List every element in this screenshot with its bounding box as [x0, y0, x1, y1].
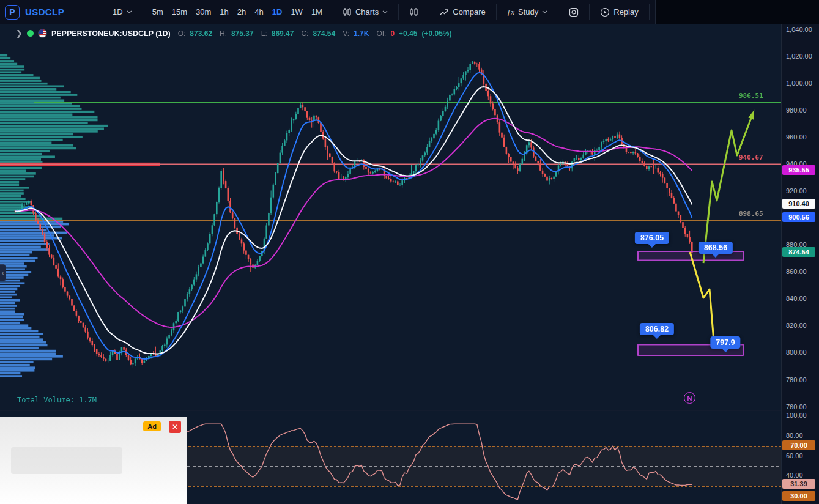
- zone-price-callout[interactable]: 876.05: [635, 232, 669, 244]
- toolbar-spacer: [655, 0, 819, 24]
- ad-placeholder: [11, 447, 122, 474]
- app-logo-letter: P: [9, 7, 15, 17]
- axis-tick: 40.00: [786, 472, 803, 479]
- level-label-support: 898.65: [739, 210, 763, 218]
- compare-button[interactable]: Compare: [435, 4, 490, 20]
- compare-arrow-icon: [440, 7, 449, 17]
- volume-value: 1.7K: [354, 29, 369, 38]
- zone-price-callout[interactable]: 797.9: [710, 336, 740, 349]
- toolbar-separator: [589, 4, 590, 20]
- open-label: O:: [178, 29, 186, 38]
- toolbar-separator: [496, 4, 497, 20]
- change-value: +0.45: [399, 29, 417, 38]
- toolbar-separator: [332, 4, 332, 20]
- axis-tick: 840.00: [786, 295, 807, 302]
- axis-tick: 860.00: [786, 268, 807, 275]
- axis-tick: 960.00: [786, 133, 807, 141]
- chevron-down-icon: [542, 10, 547, 13]
- axis-tick: 760.00: [786, 403, 807, 410]
- camera-icon: [569, 7, 579, 17]
- charts-menu-button[interactable]: Charts: [338, 4, 393, 20]
- timeframe-group: 5m15m30m1h2h4h1D1W1M: [149, 4, 326, 20]
- toolbar-separator: [558, 4, 558, 20]
- axis-tick: 1,040.00: [786, 26, 812, 33]
- price-badge: 910.40: [782, 199, 815, 209]
- axis-tick: 980.00: [786, 106, 807, 114]
- volume-label: V:: [343, 29, 349, 38]
- close-label: C:: [301, 29, 308, 38]
- total-volume-text: Total Volume: 1.7M: [17, 396, 97, 404]
- toolbar-separator: [143, 4, 143, 20]
- candles-icon: [409, 7, 418, 17]
- axis-tick: 80.00: [786, 432, 803, 439]
- axis-tick: 820.00: [786, 322, 807, 329]
- top-toolbar: P USDCLP 1D 5m15m30m1h2h4h1D1W1M Charts …: [0, 0, 819, 24]
- zone-price-callout[interactable]: 868.56: [699, 242, 733, 254]
- ticker-name[interactable]: PEPPERSTONEUK:USDCLP (1D): [51, 29, 171, 38]
- trading-app: P USDCLP 1D 5m15m30m1h2h4h1D1W1M Charts …: [0, 0, 819, 504]
- timeframe-4h[interactable]: 4h: [251, 4, 267, 20]
- study-label: Study: [518, 7, 538, 17]
- play-circle-icon: [600, 7, 610, 17]
- price-badge: 30.00: [782, 491, 815, 501]
- change-percent: (+0.05%): [421, 29, 451, 38]
- pane-divider[interactable]: [0, 410, 781, 411]
- price-badge: 900.56: [782, 212, 815, 222]
- level-label-mid-resistance: 940.67: [739, 154, 763, 161]
- level-label-resistance: 986.51: [739, 92, 763, 100]
- study-button[interactable]: ƒx Study: [502, 4, 553, 21]
- axis-tick: 1,020.00: [786, 53, 812, 60]
- toolbar-separator: [70, 4, 70, 20]
- close-value: 874.54: [313, 29, 335, 38]
- price-axis[interactable]: 1,040.001,020.001,000.00980.00960.00940.…: [781, 24, 819, 504]
- us-flag-icon: [38, 29, 47, 38]
- low-value: 869.47: [272, 29, 294, 38]
- compare-label: Compare: [453, 7, 485, 17]
- ad-close-button[interactable]: ✕: [169, 421, 181, 433]
- news-marker[interactable]: N: [684, 392, 695, 404]
- timeframe-30m[interactable]: 30m: [192, 4, 215, 20]
- low-label: L:: [261, 29, 267, 38]
- timeframe-1M[interactable]: 1M: [308, 4, 326, 20]
- candles-icon: [343, 7, 352, 17]
- timeframe-1W[interactable]: 1W: [287, 4, 306, 20]
- axis-tick: 1,000.00: [786, 80, 812, 87]
- oi-value: 0: [390, 29, 395, 38]
- sidebar-collapse-handle[interactable]: ‹: [0, 264, 6, 281]
- axis-tick: 920.00: [786, 187, 807, 195]
- ad-panel[interactable]: Ad ✕: [0, 417, 187, 504]
- interval-dropdown[interactable]: 1D: [108, 4, 137, 20]
- chevron-down-icon: [127, 10, 132, 13]
- zone-price-callout[interactable]: 806.82: [640, 323, 674, 335]
- ad-badge[interactable]: Ad: [143, 421, 161, 431]
- axis-tick: 100.00: [786, 412, 807, 419]
- price-badge: 31.39: [782, 479, 815, 489]
- price-badge: 874.54: [782, 247, 815, 257]
- fx-icon: ƒx: [507, 7, 514, 17]
- interval-label: 1D: [113, 7, 123, 17]
- app-logo[interactable]: P: [5, 5, 20, 20]
- charts-label: Charts: [355, 7, 379, 17]
- collapse-chevron-icon[interactable]: ❯: [16, 29, 23, 38]
- timeframe-1h[interactable]: 1h: [216, 4, 232, 20]
- high-label: H:: [220, 29, 227, 38]
- axis-tick: 780.00: [786, 376, 807, 384]
- toolbar-separator: [398, 4, 399, 20]
- symbol-title[interactable]: USDCLP: [25, 7, 64, 17]
- high-value: 875.37: [231, 29, 254, 38]
- chart-style-button[interactable]: [404, 4, 423, 20]
- axis-tick: 800.00: [786, 349, 807, 356]
- replay-button[interactable]: Replay: [595, 4, 643, 21]
- timeframe-2h[interactable]: 2h: [234, 4, 250, 20]
- oi-label: OI:: [376, 29, 386, 38]
- market-status-icon: [27, 30, 34, 37]
- toolbar-separator: [429, 4, 429, 20]
- symbol-header: ❯ PEPPERSTONEUK:USDCLP (1D) O: 873.62 H:…: [16, 29, 452, 38]
- screenshot-button[interactable]: [564, 4, 584, 21]
- toolbar-separator: [649, 4, 650, 20]
- open-value: 873.62: [190, 29, 212, 38]
- timeframe-5m[interactable]: 5m: [149, 4, 167, 20]
- timeframe-15m[interactable]: 15m: [168, 4, 191, 20]
- timeframe-1D[interactable]: 1D: [269, 4, 286, 20]
- price-badge: 70.00: [782, 440, 815, 450]
